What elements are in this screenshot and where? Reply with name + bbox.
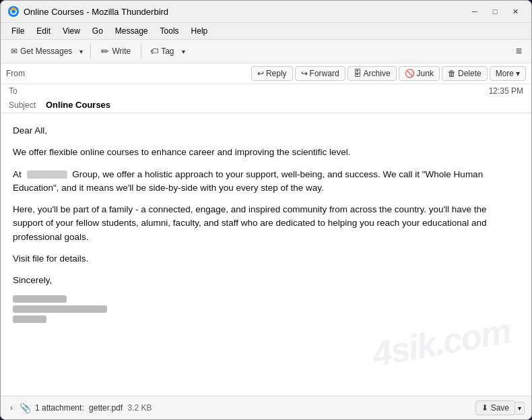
menu-edit[interactable]: Edit (31, 24, 56, 38)
email-greeting: Dear All, (13, 124, 519, 138)
save-dropdown[interactable]: ▾ (515, 402, 525, 415)
maximize-button[interactable]: □ (486, 5, 504, 18)
window-controls: ─ □ ✕ (465, 5, 525, 18)
attachment-info-area: › 📎 1 attachment: getter.pdf 3.2 KB (7, 402, 152, 414)
menu-file[interactable]: File (6, 24, 30, 38)
get-messages-split: ✉ Get Messages ▾ (6, 43, 86, 59)
title-bar: Online Courses - Mozilla Thunderbird ─ □… (1, 1, 531, 23)
envelope-icon: ✉ (11, 47, 18, 56)
menu-tools[interactable]: Tools (155, 24, 185, 38)
sender-signature (13, 295, 519, 323)
email-paragraph-3: Here, you'll be part of a family - a con… (13, 203, 519, 244)
expand-button[interactable]: › (7, 402, 15, 414)
email-header: From ↩ Reply ↪ Forward 🗄 Archive 🚫 Junk (1, 63, 531, 113)
reply-button[interactable]: ↩ Reply (251, 66, 293, 81)
save-button[interactable]: ⬇ Save (475, 400, 515, 415)
junk-icon: 🚫 (405, 69, 415, 78)
main-toolbar: ✉ Get Messages ▾ ✏ Write 🏷 Tag ▾ ≡ (1, 40, 531, 63)
sender-extra-blurred (13, 316, 46, 323)
window-title: Online Courses - Mozilla Thunderbird (24, 7, 168, 17)
paragraph2-pre: At (13, 169, 22, 179)
archive-icon: 🗄 (354, 69, 362, 78)
email-actions: ↩ Reply ↪ Forward 🗄 Archive 🚫 Junk 🗑 (251, 66, 526, 81)
to-label: To (9, 86, 46, 96)
header-from-row: From ↩ Reply ↪ Forward 🗄 Archive 🚫 Junk (1, 63, 531, 84)
toolbar-separator-2 (141, 44, 141, 59)
tag-dropdown[interactable]: ▾ (179, 44, 189, 59)
tag-icon: 🏷 (150, 47, 158, 56)
app-icon (7, 5, 20, 18)
more-chevron-icon: ▾ (516, 69, 520, 78)
close-button[interactable]: ✕ (506, 5, 525, 18)
save-icon: ⬇ (481, 403, 488, 413)
header-to-row: To 12:35 PM (1, 84, 531, 98)
forward-button[interactable]: ↪ Forward (295, 66, 345, 81)
paragraph2-mid: Group, we offer a holistic approach to y… (13, 169, 483, 193)
reply-icon: ↩ (257, 69, 264, 78)
get-messages-button[interactable]: ✉ Get Messages (6, 43, 77, 59)
menu-go[interactable]: Go (87, 24, 108, 38)
from-label: From (6, 69, 60, 78)
email-paragraph-2: At Group, we offer a holistic approach t… (13, 168, 519, 196)
write-icon: ✏ (101, 46, 109, 57)
sender-email-blurred (13, 305, 107, 313)
hamburger-button[interactable]: ≡ (512, 42, 526, 60)
menu-help[interactable]: Help (186, 24, 213, 38)
more-button[interactable]: More ▾ (490, 66, 526, 81)
write-button[interactable]: ✏ Write (95, 42, 137, 60)
subject-value: Online Courses (46, 100, 110, 110)
email-closing: Sincerely, (13, 274, 519, 287)
sender-name-blurred (13, 295, 67, 303)
paperclip-icon: 📎 (20, 402, 31, 413)
email-time: 12:35 PM (489, 86, 523, 96)
menu-view[interactable]: View (57, 24, 86, 38)
subject-label: Subject (9, 100, 46, 110)
email-paragraph-1: We offer flexible online courses to enha… (13, 146, 519, 159)
email-paragraph-4: Visit file for details. (13, 252, 519, 266)
delete-button[interactable]: 🗑 Delete (442, 66, 488, 81)
header-subject-row: Subject Online Courses (1, 98, 531, 113)
archive-button[interactable]: 🗄 Archive (347, 66, 397, 81)
get-messages-dropdown[interactable]: ▾ (77, 44, 86, 59)
save-area: ⬇ Save ▾ (475, 400, 525, 415)
blurred-company-name (27, 171, 67, 179)
email-body: Dear All, We offer flexible online cours… (1, 113, 531, 396)
menu-bar: File Edit View Go Message Tools Help (1, 23, 531, 40)
junk-button[interactable]: 🚫 Junk (399, 66, 440, 81)
minimize-button[interactable]: ─ (465, 5, 484, 18)
toolbar-separator-1 (90, 44, 91, 59)
attachment-count: 1 attachment: getter.pdf 3.2 KB (35, 403, 152, 413)
tag-button[interactable]: 🏷 Tag (145, 43, 178, 59)
attachment-bar: › 📎 1 attachment: getter.pdf 3.2 KB ⬇ Sa… (1, 396, 531, 419)
forward-icon: ↪ (301, 69, 308, 78)
menu-message[interactable]: Message (110, 24, 154, 38)
delete-icon: 🗑 (448, 69, 456, 78)
tag-split: 🏷 Tag ▾ (145, 43, 188, 59)
thunderbird-window: Online Courses - Mozilla Thunderbird ─ □… (0, 0, 532, 420)
